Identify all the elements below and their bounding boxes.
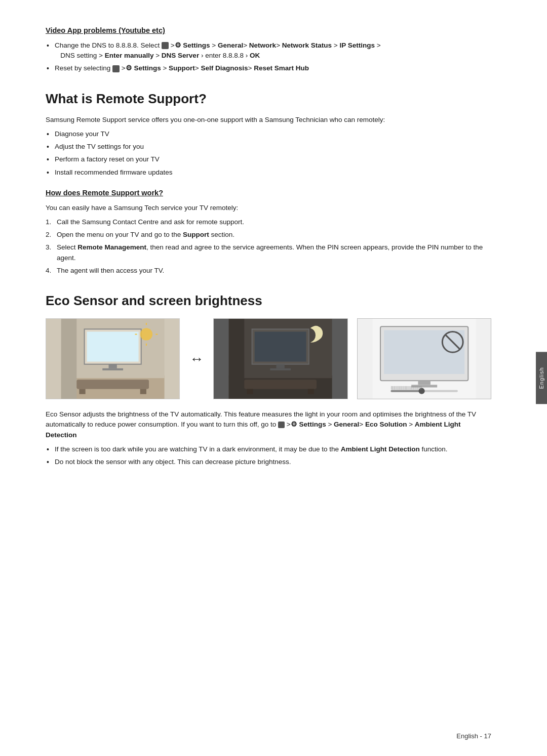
remote-support-heading: What is Remote Support?	[46, 89, 491, 109]
list-item: Adjust the TV settings for you	[46, 142, 491, 152]
eco-image-dark-room	[213, 318, 347, 399]
svg-rect-28	[418, 381, 430, 385]
svg-rect-8	[79, 389, 85, 394]
svg-rect-17	[229, 319, 245, 399]
remote-support-bullets: Diagnose your TV Adjust the TV settings …	[46, 129, 491, 178]
video-problems-section: Video App problems (Youtube etc) Change …	[46, 25, 491, 74]
svg-rect-2	[61, 319, 77, 399]
svg-rect-7	[76, 380, 149, 389]
side-tab-label: English	[537, 367, 546, 389]
list-item: Diagnose your TV	[46, 129, 491, 139]
svg-rect-19	[255, 331, 306, 361]
list-item: Do not block the sensor with any object.…	[46, 457, 491, 467]
remote-support-intro: Samsung Remote Support service offers yo…	[46, 115, 491, 125]
svg-rect-24	[308, 389, 314, 394]
svg-rect-5	[109, 364, 117, 368]
video-problems-title: Video App problems (Youtube etc)	[46, 25, 491, 36]
page-number: English - 17	[456, 731, 491, 741]
list-item: 2. Open the menu on your TV and go to th…	[46, 230, 491, 240]
svg-rect-6	[102, 368, 123, 370]
eco-image-brightness-control: |||||||||||||||||||||||||||||||||	[357, 318, 491, 399]
remote-steps-list: 1. Call the Samsung Contact Centre and a…	[46, 217, 491, 276]
svg-rect-33	[390, 390, 421, 392]
video-problems-list: Change the DNS to 8.8.8.8. Select >⚙ Set…	[46, 40, 491, 74]
eco-sensor-section: Eco Sensor and screen brightness	[46, 291, 491, 467]
svg-rect-22	[245, 380, 317, 389]
remote-support-section: What is Remote Support? Samsung Remote S…	[46, 89, 491, 276]
eco-image-bright-room	[46, 318, 180, 399]
side-tab: English	[536, 352, 547, 404]
svg-text:||||||||||||||||||||||||||||||: |||||||||||||||||||||||||||||||||	[390, 386, 421, 390]
list-item: Perform a factory reset on your TV	[46, 154, 491, 164]
svg-rect-21	[270, 368, 291, 370]
svg-rect-23	[247, 389, 253, 394]
eco-sensor-heading: Eco Sensor and screen brightness	[46, 291, 491, 311]
svg-rect-9	[140, 389, 146, 394]
how-remote-works-heading: How does Remote Support work?	[46, 188, 491, 199]
svg-point-10	[140, 328, 152, 340]
list-item: Reset by selecting >⚙ Settings > Support…	[46, 63, 491, 73]
svg-rect-20	[277, 364, 285, 368]
list-item: 3. Select Remote Management, then read a…	[46, 242, 491, 263]
eco-description: Eco Sensor adjusts the brightness of the…	[46, 409, 491, 440]
list-item: Install recommended firmware updates	[46, 167, 491, 178]
arrow-icon: ↔	[189, 348, 204, 369]
how-remote-works-intro: You can easily have a Samsung Tech servi…	[46, 203, 491, 213]
list-item: Change the DNS to 8.8.8.8. Select >⚙ Set…	[46, 40, 491, 61]
eco-bullets: If the screen is too dark while you are …	[46, 444, 491, 468]
list-item: 1. Call the Samsung Contact Centre and a…	[46, 217, 491, 227]
eco-images-row: ↔	[46, 318, 491, 399]
main-content: Video App problems (Youtube etc) Change …	[0, 0, 547, 500]
list-item: 4. The agent will then access your TV.	[46, 266, 491, 276]
list-item: If the screen is too dark while you are …	[46, 444, 491, 454]
svg-rect-4	[87, 331, 139, 361]
